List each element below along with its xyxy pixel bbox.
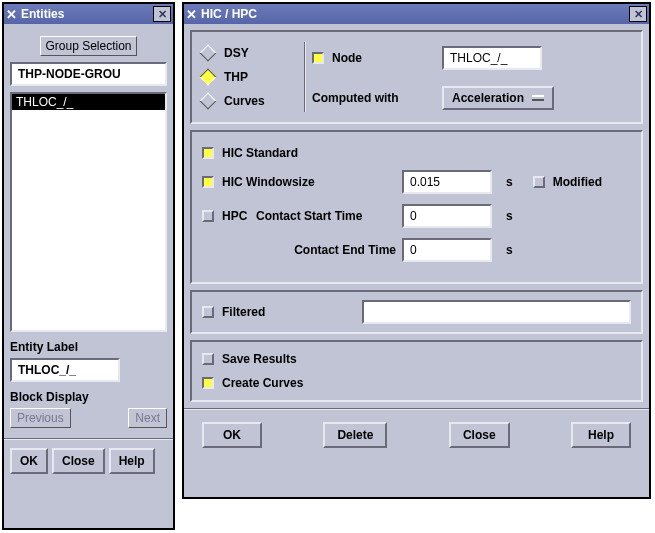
hic-top-section: DSY THP Curves Node bbox=[190, 30, 643, 124]
hic-window: ✕ HIC / HPC ✕ DSY THP Curves bbox=[182, 2, 651, 499]
app-icon: ✕ bbox=[186, 7, 197, 22]
next-button[interactable]: Next bbox=[128, 408, 167, 428]
diamond-icon bbox=[200, 45, 217, 62]
help-button[interactable]: Help bbox=[571, 422, 631, 448]
diamond-icon bbox=[200, 93, 217, 110]
node-checkbox[interactable]: Node bbox=[312, 51, 442, 65]
save-results-checkbox[interactable]: Save Results bbox=[202, 352, 631, 366]
filtered-checkbox[interactable]: Filtered bbox=[202, 305, 362, 319]
contact-end-label: Contact End Time bbox=[256, 243, 402, 257]
checkbox-icon bbox=[202, 210, 214, 222]
entities-titlebar[interactable]: ✕ Entities ✕ bbox=[4, 4, 173, 24]
hic-standard-checkbox[interactable]: HIC Standard bbox=[202, 146, 631, 160]
entity-label-caption: Entity Label bbox=[10, 340, 167, 354]
contact-start-label: Contact Start Time bbox=[256, 209, 402, 223]
close-icon[interactable]: ✕ bbox=[153, 6, 171, 22]
radio-thp[interactable]: THP bbox=[202, 70, 298, 84]
contact-start-input[interactable] bbox=[402, 204, 492, 228]
filtered-section: Filtered bbox=[190, 290, 643, 334]
filtered-input[interactable] bbox=[362, 300, 631, 324]
group-input[interactable] bbox=[10, 62, 167, 86]
checkbox-icon bbox=[202, 176, 214, 188]
help-button[interactable]: Help bbox=[109, 448, 155, 474]
group-selection-button[interactable]: Group Selection bbox=[40, 36, 136, 56]
create-curves-checkbox[interactable]: Create Curves bbox=[202, 376, 631, 390]
checkbox-icon bbox=[202, 147, 214, 159]
results-section: Save Results Create Curves bbox=[190, 340, 643, 402]
checkbox-icon bbox=[202, 306, 214, 318]
ok-button[interactable]: OK bbox=[202, 422, 262, 448]
hpc-checkbox[interactable]: HPC bbox=[202, 209, 256, 223]
entities-title: Entities bbox=[21, 7, 153, 21]
list-item[interactable]: THLOC_/_ bbox=[12, 94, 165, 110]
modified-checkbox[interactable]: Modified bbox=[533, 175, 602, 189]
entities-content: Group Selection THLOC_/_ Entity Label Bl… bbox=[4, 24, 173, 434]
entity-listbox[interactable]: THLOC_/_ bbox=[10, 92, 167, 332]
contact-end-input[interactable] bbox=[402, 238, 492, 262]
diamond-icon bbox=[200, 69, 217, 86]
hic-mid-section: HIC Standard HIC Windowsize s Modified H… bbox=[190, 130, 643, 284]
hic-windowsize-checkbox[interactable]: HIC Windowsize bbox=[202, 175, 402, 189]
close-button[interactable]: Close bbox=[52, 448, 105, 474]
radio-curves[interactable]: Curves bbox=[202, 94, 298, 108]
entity-label-input[interactable] bbox=[10, 358, 120, 382]
checkbox-icon bbox=[312, 52, 324, 64]
unit-s: s bbox=[506, 243, 513, 257]
hic-windowsize-input[interactable] bbox=[402, 170, 492, 194]
checkbox-icon bbox=[202, 353, 214, 365]
delete-button[interactable]: Delete bbox=[323, 422, 387, 448]
unit-s: s bbox=[506, 209, 513, 223]
node-input[interactable] bbox=[442, 46, 542, 70]
close-icon[interactable]: ✕ bbox=[629, 6, 647, 22]
previous-button[interactable]: Previous bbox=[10, 408, 71, 428]
hic-titlebar[interactable]: ✕ HIC / HPC ✕ bbox=[184, 4, 649, 24]
unit-s: s bbox=[506, 175, 513, 189]
entities-window: ✕ Entities ✕ Group Selection THLOC_/_ En… bbox=[2, 2, 175, 530]
radio-dsy[interactable]: DSY bbox=[202, 46, 298, 60]
checkbox-icon bbox=[202, 377, 214, 389]
block-display-caption: Block Display bbox=[10, 390, 167, 404]
close-button[interactable]: Close bbox=[449, 422, 510, 448]
ok-button[interactable]: OK bbox=[10, 448, 48, 474]
computed-with-select[interactable]: Acceleration bbox=[442, 86, 554, 110]
hic-title: HIC / HPC bbox=[201, 7, 629, 21]
checkbox-icon bbox=[533, 176, 545, 188]
menu-indicator-icon bbox=[532, 95, 544, 101]
app-icon: ✕ bbox=[6, 7, 17, 22]
computed-with-label: Computed with bbox=[312, 91, 442, 105]
